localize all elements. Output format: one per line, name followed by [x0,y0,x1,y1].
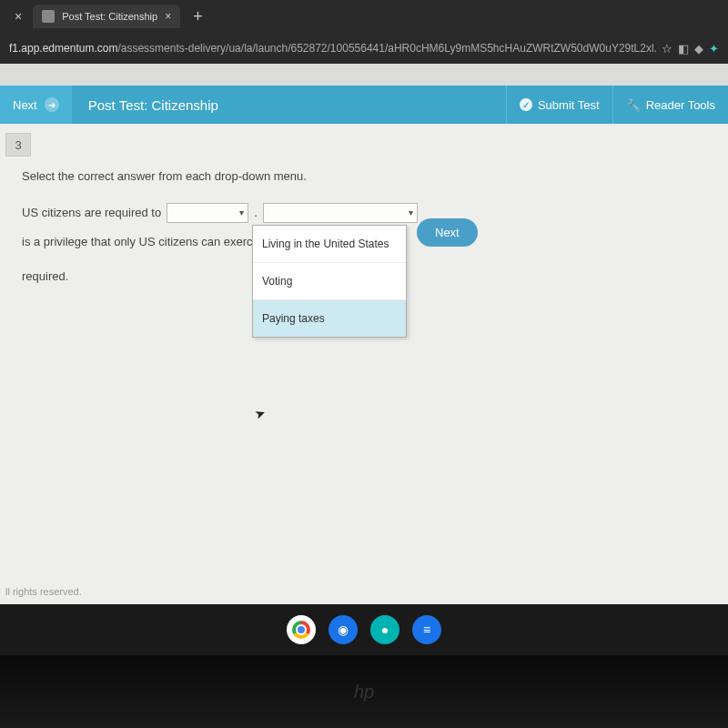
sentence-required: required. [22,265,68,288]
dropdown-option[interactable]: Paying taxes [253,300,406,337]
address-bar[interactable]: f1.app.edmentum.com/assessments-delivery… [0,33,728,64]
dropdown-option[interactable]: Living in the United States [253,226,406,263]
arrow-right-icon: ➜ [45,97,59,112]
browser-tab[interactable]: Post Test: Citizenship × [33,5,180,28]
files-app-icon[interactable]: ● [370,615,399,644]
footer-text: ll rights reserved. [5,586,82,597]
nav-next-label: Next [13,98,37,112]
laptop-bezel: hp [0,655,728,728]
question-instruction: Select the correct answer from each drop… [22,169,706,183]
sentence-period: . [254,201,258,225]
content-gap [0,64,728,86]
page-title: Post Test: Citizenship [72,97,235,113]
dropdown-option[interactable]: Voting [253,263,406,300]
browser-tab-strip: × Post Test: Citizenship × + [0,0,728,33]
favicon-icon [42,10,55,23]
question-number: 3 [5,133,31,157]
extension-icon-3[interactable]: ✦ [709,42,719,56]
bookmark-star-icon[interactable]: ☆ [662,42,672,56]
new-tab-button[interactable]: + [184,7,212,26]
close-tab-icon[interactable]: × [165,10,171,23]
next-button-label: Next [435,226,460,239]
dropdown-1[interactable] [167,203,248,223]
question-area: 3 Select the correct answer from each dr… [0,124,728,604]
extension-icon-2[interactable]: ◆ [694,42,703,56]
check-circle-icon: ✓ [520,98,532,111]
sentence-part-1: US citizens are required to [22,201,161,225]
nav-next-button[interactable]: Next ➜ [0,86,72,124]
extension-icon[interactable]: ◧ [678,42,689,56]
dropdown-2[interactable] [263,203,418,223]
bezel-logo: hp [354,682,374,703]
url-path: /assessments-delivery/ua/la/launch/65287… [117,42,656,55]
reader-tools-button[interactable]: 🔧 Reader Tools [612,86,728,124]
wrench-icon: 🔧 [626,98,641,112]
page-content: Next ➜ Post Test: Citizenship ✓ Submit T… [0,64,728,655]
submit-label: Submit Test [538,98,600,112]
close-icon[interactable]: × [7,9,29,24]
chrome-icon[interactable] [287,615,316,644]
cursor-icon: ➤ [253,404,268,421]
docs-app-icon[interactable]: ≡ [412,615,441,644]
submit-test-button[interactable]: ✓ Submit Test [506,86,612,124]
question-sentence: US citizens are required to . is a privi… [22,201,706,288]
reader-label: Reader Tools [646,98,715,112]
url-host: f1.app.edmentum.com [9,42,117,55]
next-button[interactable]: Next [417,218,478,247]
app-header: Next ➜ Post Test: Citizenship ✓ Submit T… [0,86,728,124]
camera-app-icon[interactable]: ◉ [329,615,358,644]
tab-title: Post Test: Citizenship [62,11,157,22]
dropdown-menu: Living in the United States Voting Payin… [252,225,407,338]
url-text: f1.app.edmentum.com/assessments-delivery… [9,42,656,55]
taskbar: ◉ ● ≡ [0,604,728,655]
